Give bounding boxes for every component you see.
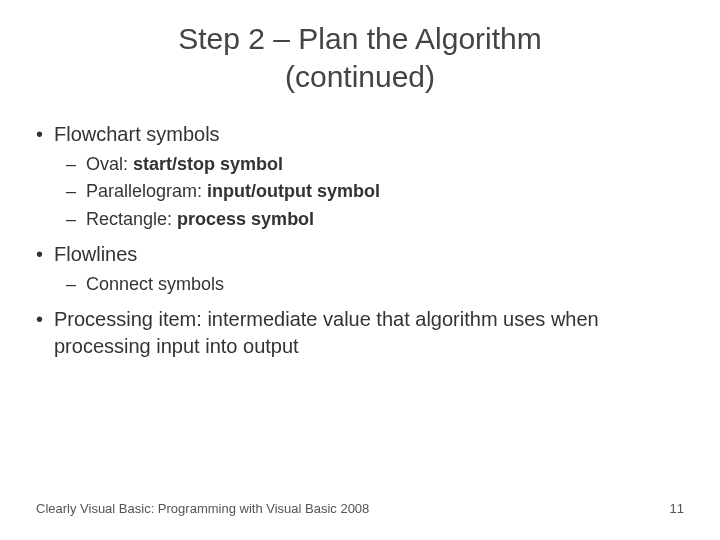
sub-parallelogram: – Parallelogram: input/output symbol: [66, 179, 684, 203]
dash-icon: –: [66, 154, 86, 175]
bullet-flowchart-symbols: • Flowchart symbols – Oval: start/stop s…: [36, 121, 684, 231]
bullet-flowlines: • Flowlines – Connect symbols: [36, 241, 684, 296]
sub-prefix: Parallelogram:: [86, 181, 207, 201]
sub-bold: process symbol: [177, 209, 314, 229]
dash-icon: –: [66, 209, 86, 230]
title-line-1: Step 2 – Plan the Algorithm: [178, 22, 542, 55]
sub-prefix: Oval:: [86, 154, 133, 174]
bullet-icon: •: [36, 244, 54, 264]
sub-text: Connect symbols: [86, 272, 224, 296]
sub-rectangle: – Rectangle: process symbol: [66, 207, 684, 231]
bullet-text: Flowlines: [54, 241, 137, 268]
footer-page-number: 11: [670, 501, 684, 516]
bullet-text: Flowchart symbols: [54, 121, 220, 148]
slide-body: • Flowchart symbols – Oval: start/stop s…: [0, 121, 720, 360]
sub-bold: start/stop symbol: [133, 154, 283, 174]
bullet-text: Processing item: intermediate value that…: [54, 306, 684, 360]
sub-oval: – Oval: start/stop symbol: [66, 152, 684, 176]
sub-bold: input/output symbol: [207, 181, 380, 201]
footer-source: Clearly Visual Basic: Programming with V…: [36, 501, 369, 516]
dash-icon: –: [66, 274, 86, 295]
bullet-icon: •: [36, 124, 54, 144]
slide-footer: Clearly Visual Basic: Programming with V…: [36, 501, 684, 516]
bullet-icon: •: [36, 309, 54, 329]
title-line-2: (continued): [285, 60, 435, 93]
dash-icon: –: [66, 181, 86, 202]
slide-title: Step 2 – Plan the Algorithm (continued): [0, 20, 720, 95]
sub-connect-symbols: – Connect symbols: [66, 272, 684, 296]
sub-prefix: Rectangle:: [86, 209, 177, 229]
bullet-processing-item: • Processing item: intermediate value th…: [36, 306, 684, 360]
slide: Step 2 – Plan the Algorithm (continued) …: [0, 0, 720, 540]
